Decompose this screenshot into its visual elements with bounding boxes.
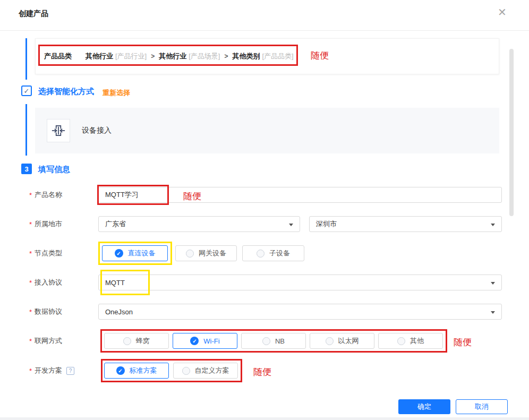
confirm-button[interactable]: 确定 <box>398 399 450 414</box>
radio-selected-icon: ✓ <box>190 337 199 345</box>
required-mark: * <box>29 191 32 199</box>
radio-unselected-icon <box>182 367 190 375</box>
radio-option-label: Wi-Fi <box>203 337 219 345</box>
breadcrumb-scene[interactable]: 其他行业 <box>159 52 186 61</box>
device-access-card[interactable]: 设备接入 <box>35 108 499 153</box>
annotation-text-dev-plan: 随便 <box>253 366 271 378</box>
radio-option-label: 子设备 <box>269 248 290 258</box>
annotation-text-category: 随便 <box>311 49 329 62</box>
breadcrumb-category[interactable]: 其他类别 <box>233 52 260 61</box>
city-value: 深圳市 <box>316 219 337 229</box>
chevron-down-icon <box>491 282 495 285</box>
radio-option-label: 以太网 <box>338 336 359 346</box>
radio-option-direct-device[interactable]: ✓ 直连设备 <box>102 245 168 261</box>
province-value: 广东省 <box>105 219 126 229</box>
radio-option-nb[interactable]: NB <box>241 333 306 349</box>
breadcrumb-industry-tag: [产品行业] <box>115 52 147 61</box>
step-badge: 3 <box>21 164 32 174</box>
check-icon: ✓ <box>116 251 121 256</box>
category-card: 产品品类 其他行业 [产品行业] > 其他行业 [产品场景] > 其他类别 [产… <box>35 38 499 74</box>
chevron-down-icon <box>491 311 495 314</box>
scrollbar-thumb[interactable] <box>509 49 514 216</box>
create-product-dialog: 创建产品 ✕ 产品品类 其他行业 [产品行业] > 其他行业 [产品场景] > … <box>0 0 529 420</box>
field-label-text: 产品名称 <box>35 190 62 200</box>
field-label-text: 数据协议 <box>35 307 62 316</box>
radio-option-wifi[interactable]: ✓ Wi-Fi <box>173 333 237 349</box>
required-mark: * <box>29 337 32 345</box>
form-section-title: 填写信息 <box>38 165 70 175</box>
smart-mode-checkbox[interactable]: ✓ <box>21 85 32 96</box>
category-label: 产品品类 <box>44 52 72 61</box>
help-icon[interactable]: ? <box>66 367 74 375</box>
device-access-icon <box>47 119 70 142</box>
close-icon[interactable]: ✕ <box>498 7 507 18</box>
node-type-label: * 节点类型 <box>29 245 62 261</box>
region-label: * 所属地市 <box>29 216 62 232</box>
radio-option-ethernet[interactable]: 以太网 <box>310 333 374 349</box>
radio-option-label: 直连设备 <box>128 248 156 258</box>
radio-unselected-icon <box>397 337 405 345</box>
radio-selected-icon: ✓ <box>115 249 123 258</box>
radio-option-standard-plan[interactable]: ✓ 标准方案 <box>104 363 169 379</box>
breadcrumb-category-tag: [产品品类] <box>262 52 294 61</box>
dev-plan-label: * 开发方案 ? <box>29 363 74 379</box>
required-mark: * <box>29 279 32 287</box>
required-mark: * <box>29 367 32 375</box>
checkbox-check-icon: ✓ <box>24 87 30 95</box>
breadcrumb-scene-tag: [产品场景] <box>189 52 220 61</box>
radio-option-label: 其他 <box>410 336 424 346</box>
breadcrumb-industry[interactable]: 其他行业 <box>86 52 113 61</box>
radio-option-label: 自定义方案 <box>195 366 229 375</box>
radio-option-gateway-device[interactable]: 网关设备 <box>175 245 237 261</box>
radio-option-custom-plan[interactable]: 自定义方案 <box>173 363 238 379</box>
radio-unselected-icon <box>326 337 334 345</box>
required-mark: * <box>29 220 32 228</box>
access-protocol-value: MQTT <box>105 279 125 287</box>
section-guide-line <box>25 38 27 80</box>
product-name-label: * 产品名称 <box>29 187 62 203</box>
page-title: 创建产品 <box>19 9 48 19</box>
access-protocol-label: * 接入协议 <box>29 275 62 290</box>
chevron-down-icon <box>491 224 495 226</box>
required-mark: * <box>29 250 32 258</box>
check-icon: ✓ <box>118 368 122 374</box>
annotation-text-network-mode: 随便 <box>454 336 472 348</box>
field-label-text: 联网方式 <box>35 336 62 346</box>
radio-option-sub-device[interactable]: 子设备 <box>242 245 304 261</box>
data-protocol-select[interactable]: OneJson <box>98 304 502 320</box>
radio-unselected-icon <box>262 337 270 345</box>
radio-option-label: 蜂窝 <box>136 336 150 346</box>
city-select[interactable]: 深圳市 <box>309 216 502 232</box>
breadcrumb-separator: > <box>224 53 228 60</box>
dialog-bottom-edge <box>0 417 529 420</box>
category-breadcrumb: 产品品类 其他行业 [产品行业] > 其他行业 [产品场景] > 其他类别 [产… <box>44 39 294 74</box>
breadcrumb-separator: > <box>151 53 155 60</box>
device-access-label: 设备接入 <box>82 108 112 153</box>
help-glyph: ? <box>69 368 72 374</box>
check-icon: ✓ <box>192 338 197 344</box>
network-mode-label: * 联网方式 <box>29 333 62 349</box>
radio-option-label: 网关设备 <box>199 248 226 258</box>
product-name-input[interactable]: MQTT学习 <box>98 187 502 203</box>
field-label-text: 节点类型 <box>35 248 62 258</box>
annotation-text-product-name: 随便 <box>183 190 201 202</box>
reselect-link[interactable]: 重新选择 <box>103 88 130 98</box>
data-protocol-value: OneJson <box>105 308 133 316</box>
radio-selected-icon: ✓ <box>116 366 125 375</box>
chevron-down-icon <box>289 224 293 226</box>
field-label-text: 所属地市 <box>35 219 62 229</box>
section-guide-line <box>25 104 27 156</box>
required-mark: * <box>29 308 32 316</box>
smart-section-title: 选择智能化方式 <box>38 87 94 97</box>
radio-unselected-icon <box>186 250 194 258</box>
radio-option-cellular[interactable]: 蜂窝 <box>104 333 169 349</box>
header-divider <box>0 30 529 31</box>
province-select[interactable]: 广东省 <box>98 216 300 232</box>
cancel-button[interactable]: 取消 <box>456 399 508 414</box>
radio-option-other[interactable]: 其他 <box>378 333 443 349</box>
data-protocol-label: * 数据协议 <box>29 304 62 320</box>
product-name-value: MQTT学习 <box>105 190 139 200</box>
radio-option-label: 标准方案 <box>130 366 157 375</box>
access-protocol-select[interactable]: MQTT <box>98 275 502 290</box>
radio-option-label: NB <box>275 337 285 345</box>
